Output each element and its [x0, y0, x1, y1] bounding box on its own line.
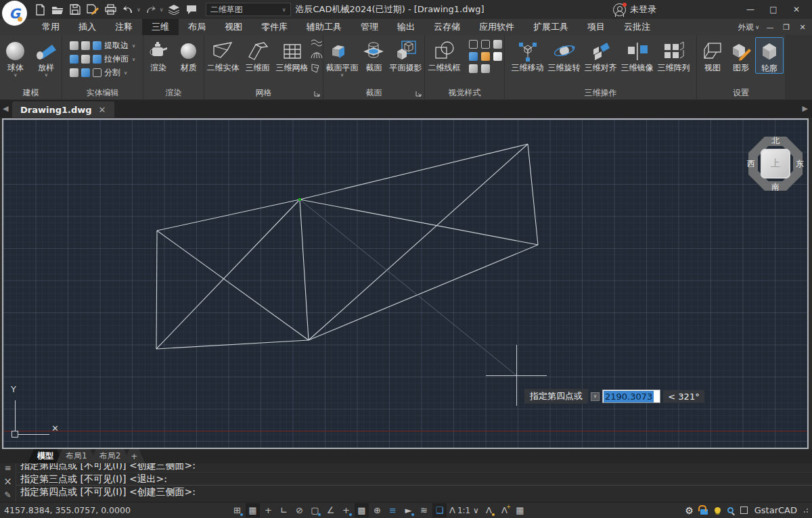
view-button[interactable]: 视图 [698, 37, 727, 72]
grid-display-icon[interactable]: ▦ [246, 503, 260, 517]
shell-icon[interactable] [70, 68, 78, 77]
doc-restore-button[interactable]: ❐ [781, 23, 792, 32]
drawing-canvas[interactable]: Y ✕ 指定第四点或 ∨ 2190.3073 < 321° 上 北 南 西 东 [2, 118, 809, 449]
ribbon-tab-云存储[interactable]: 云存储 [424, 19, 470, 35]
tab-scroll-right-icon[interactable]: ▶ [803, 104, 808, 113]
ribbon-tab-插入[interactable]: 插入 [69, 19, 106, 35]
ortho-mode-icon[interactable]: ∟ [277, 503, 291, 517]
undo-dropdown-caret[interactable]: ∨ [137, 7, 141, 13]
command-close-icon[interactable]: × [3, 477, 12, 486]
ribbon-tab-三维[interactable]: 三维 [142, 19, 179, 35]
ribbon-tab-布局[interactable]: 布局 [179, 19, 215, 35]
union-icon[interactable] [70, 41, 78, 50]
mesh3d-button[interactable]: 三维网格 [273, 37, 311, 72]
layout-tab-+[interactable]: + [123, 449, 145, 463]
annotation-scale-icon[interactable]: Λ1:1 ∨ [448, 503, 480, 517]
realistic-style-icon[interactable] [469, 52, 478, 61]
dynamic-input-icon[interactable]: + [261, 503, 275, 517]
extrude-face-button[interactable]: 拉伸面 ∨ [70, 53, 135, 65]
revsurf-icon[interactable] [311, 39, 323, 48]
subtract-icon[interactable] [81, 41, 90, 50]
dynamic-input-kbd-icon[interactable]: ∨ [591, 392, 600, 401]
unlock-icon[interactable] [700, 509, 708, 515]
appearance-dropdown[interactable]: 外观 ∨ [738, 22, 759, 33]
print-button[interactable] [103, 2, 118, 17]
ribbon-tab-管理[interactable]: 管理 [351, 19, 388, 35]
app-logo[interactable]: G [2, 1, 27, 26]
ribbon-tab-应用软件[interactable]: 应用软件 [470, 19, 524, 35]
rulesurf-icon[interactable] [311, 63, 323, 74]
lightbulb-icon[interactable] [715, 507, 721, 513]
chat-button[interactable] [184, 2, 199, 17]
save-as-button[interactable] [85, 2, 100, 17]
snap-mode-icon[interactable]: ⊞ [230, 503, 244, 517]
profile-button[interactable]: 轮廓 [755, 37, 784, 74]
layers-stack-icon[interactable] [166, 2, 181, 17]
solid2d-button[interactable]: 二维实体 [204, 37, 242, 72]
wireframe-style-icon[interactable] [469, 40, 478, 49]
wedge-icon[interactable] [81, 68, 90, 77]
material-button[interactable]: 材质 [174, 37, 204, 72]
shades-of-gray-style-icon[interactable] [493, 52, 502, 61]
command-grip-icon[interactable]: ≡ [4, 464, 11, 473]
render-button[interactable]: 渲染 [143, 37, 174, 72]
polar-tracking-icon[interactable]: ⊘ [292, 503, 307, 517]
view-cube-east[interactable]: 东 [796, 158, 804, 170]
graphics-button[interactable]: 图形 [727, 37, 755, 72]
workspace-dropdown[interactable]: 二维草图 ∨ [206, 3, 291, 16]
minimize-button[interactable]: — [740, 2, 761, 17]
section-plane-button[interactable]: 截面平面 ∨ [323, 37, 361, 78]
loft-button[interactable]: 放样 ∨ [31, 37, 62, 78]
ribbon-tab-扩展工具[interactable]: 扩展工具 [524, 19, 578, 35]
redo-dropdown-caret[interactable]: ∨ [160, 7, 164, 13]
ribbon-tab-视图[interactable]: 视图 [215, 19, 252, 35]
maximize-button[interactable]: □ [763, 2, 784, 17]
command-prompt[interactable]: 指定第四点或 [不可见(I)] <创建三侧面>: [16, 485, 812, 498]
command-line-window[interactable]: ≡ × ✎ 指定第四点或 [不可见(I)] <创建三侧面>:指定第三点或 [不可… [0, 463, 812, 502]
redo-button[interactable] [143, 2, 158, 17]
dynamic-input-field[interactable]: 2190.3073 [602, 390, 660, 403]
flatshot-button[interactable]: 平面摄影 [387, 37, 424, 72]
shaded-style-icon[interactable] [493, 40, 502, 49]
view-cube[interactable]: 上 北 南 西 东 [746, 135, 805, 193]
dialog-launcher-icon[interactable] [415, 91, 422, 97]
view-cube-north[interactable]: 北 [771, 135, 780, 147]
ribbon-tab-常用[interactable]: 常用 [32, 19, 69, 35]
settings-gear-icon[interactable]: ⚙ [685, 505, 694, 516]
rotate3d-button[interactable]: 三维旋转 [546, 37, 583, 72]
command-text-area[interactable]: 指定第四点或 [不可见(I)] <创建三侧面>:指定第三点或 [不可见(I)] … [16, 463, 812, 502]
ribbon-tab-云批注[interactable]: 云批注 [614, 19, 660, 35]
auto-annotation-icon[interactable]: Λ+ [497, 503, 512, 517]
array3d-button[interactable]: 三维阵列 [656, 37, 692, 72]
layers-isolate-icon[interactable]: ≋ [417, 503, 431, 517]
osnap-3d-icon[interactable]: ▩ [355, 503, 369, 517]
object-snap-icon[interactable]: ▢ [308, 503, 322, 517]
conceptual-style-icon[interactable] [481, 52, 490, 61]
slice-icon[interactable] [81, 55, 90, 64]
intersect-icon[interactable] [70, 55, 78, 64]
view-cube-south[interactable]: 南 [771, 181, 780, 193]
view-cube-west[interactable]: 西 [747, 158, 755, 170]
doc-close-button[interactable]: ✕ [797, 23, 808, 32]
ribbon-tab-输出[interactable]: 输出 [388, 19, 424, 35]
angle-override-icon[interactable]: ∠ [323, 503, 338, 517]
xray-style-icon[interactable] [481, 64, 490, 73]
mirror3d-button[interactable]: 三维镜像 [619, 37, 656, 72]
align3d-button[interactable]: 三维对齐 [583, 37, 619, 72]
layout-tab-布局1[interactable]: 布局1 [56, 449, 97, 463]
wireframe2d-button[interactable]: 二维线框 [425, 37, 464, 72]
annotation-visibility-icon[interactable]: Λ [482, 503, 496, 517]
resize-grip-icon[interactable] [804, 509, 808, 513]
open-file-button[interactable] [50, 2, 65, 17]
hidden-style-icon[interactable] [481, 40, 490, 49]
ribbon-tab-辅助工具[interactable]: 辅助工具 [297, 19, 351, 35]
selection-cycling-icon[interactable]: ► [401, 503, 415, 517]
quick-properties-icon[interactable]: ▦ [513, 503, 527, 517]
snap-tracking-icon[interactable]: + [339, 503, 353, 517]
save-button[interactable] [68, 2, 83, 17]
new-file-button[interactable] [32, 2, 47, 17]
close-button[interactable]: ✕ [786, 2, 807, 17]
ribbon-tab-项目[interactable]: 项目 [578, 19, 614, 35]
isolate-objects-icon[interactable] [727, 507, 734, 513]
edgesurf-icon[interactable] [311, 51, 323, 60]
